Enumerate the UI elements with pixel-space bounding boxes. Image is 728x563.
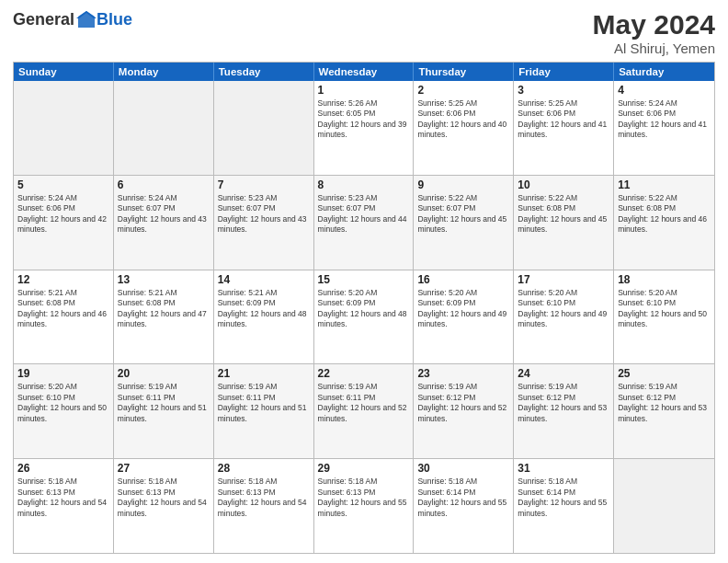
cell-info: Sunrise: 5:24 AMSunset: 6:07 PMDaylight:…: [118, 193, 210, 236]
day-number: 27: [118, 462, 210, 475]
day-cell-13: 13Sunrise: 5:21 AMSunset: 6:08 PMDayligh…: [114, 270, 214, 364]
cell-info: Sunrise: 5:24 AMSunset: 6:06 PMDaylight:…: [17, 193, 109, 236]
cell-info: Sunrise: 5:21 AMSunset: 6:08 PMDaylight:…: [17, 288, 109, 330]
day-number: 31: [518, 462, 609, 475]
calendar-row-4: 26Sunrise: 5:18 AMSunset: 6:13 PMDayligh…: [14, 458, 714, 553]
empty-cell: [214, 81, 314, 175]
empty-cell: [614, 459, 714, 553]
day-number: 23: [417, 367, 509, 380]
day-cell-26: 26Sunrise: 5:18 AMSunset: 6:13 PMDayligh…: [14, 459, 114, 553]
day-cell-29: 29Sunrise: 5:18 AMSunset: 6:13 PMDayligh…: [314, 459, 415, 553]
header-day-tuesday: Tuesday: [214, 63, 314, 81]
calendar-row-0: 1Sunrise: 5:26 AMSunset: 6:05 PMDaylight…: [14, 81, 714, 175]
calendar-row-2: 12Sunrise: 5:21 AMSunset: 6:08 PMDayligh…: [14, 270, 714, 364]
day-number: 6: [118, 178, 210, 191]
cell-info: Sunrise: 5:19 AMSunset: 6:12 PMDaylight:…: [417, 382, 509, 424]
day-cell-12: 12Sunrise: 5:21 AMSunset: 6:08 PMDayligh…: [14, 270, 114, 364]
day-number: 22: [318, 367, 410, 380]
calendar-header: SundayMondayTuesdayWednesdayThursdayFrid…: [14, 63, 714, 81]
day-cell-28: 28Sunrise: 5:18 AMSunset: 6:13 PMDayligh…: [214, 459, 314, 553]
day-cell-14: 14Sunrise: 5:21 AMSunset: 6:09 PMDayligh…: [214, 270, 314, 364]
day-cell-19: 19Sunrise: 5:20 AMSunset: 6:10 PMDayligh…: [14, 364, 114, 458]
day-number: 3: [518, 84, 609, 97]
calendar-row-1: 5Sunrise: 5:24 AMSunset: 6:06 PMDaylight…: [14, 175, 714, 270]
day-cell-24: 24Sunrise: 5:19 AMSunset: 6:12 PMDayligh…: [514, 364, 614, 458]
cell-info: Sunrise: 5:20 AMSunset: 6:10 PMDaylight:…: [618, 288, 711, 330]
day-number: 24: [518, 367, 609, 380]
cell-info: Sunrise: 5:23 AMSunset: 6:07 PMDaylight:…: [318, 193, 410, 236]
cell-info: Sunrise: 5:20 AMSunset: 6:09 PMDaylight:…: [318, 288, 410, 330]
page: General Blue May 2024 Al Shiruj, Yemen S…: [0, 0, 728, 563]
svg-marker-0: [78, 11, 95, 28]
cell-info: Sunrise: 5:21 AMSunset: 6:09 PMDaylight:…: [218, 288, 310, 330]
day-cell-31: 31Sunrise: 5:18 AMSunset: 6:14 PMDayligh…: [514, 459, 614, 553]
day-number: 7: [218, 178, 310, 191]
header: General Blue May 2024 Al Shiruj, Yemen: [13, 9, 715, 56]
day-cell-16: 16Sunrise: 5:20 AMSunset: 6:09 PMDayligh…: [414, 270, 514, 364]
day-number: 5: [17, 178, 109, 191]
empty-cell: [14, 81, 114, 175]
header-day-saturday: Saturday: [614, 63, 714, 81]
cell-info: Sunrise: 5:18 AMSunset: 6:13 PMDaylight:…: [17, 477, 109, 519]
cell-info: Sunrise: 5:20 AMSunset: 6:09 PMDaylight:…: [417, 288, 509, 330]
day-cell-15: 15Sunrise: 5:20 AMSunset: 6:09 PMDayligh…: [314, 270, 415, 364]
logo-icon: [76, 9, 97, 29]
day-cell-17: 17Sunrise: 5:20 AMSunset: 6:10 PMDayligh…: [514, 270, 614, 364]
cell-info: Sunrise: 5:22 AMSunset: 6:08 PMDaylight:…: [518, 193, 609, 236]
header-day-friday: Friday: [514, 63, 614, 81]
day-cell-22: 22Sunrise: 5:19 AMSunset: 6:11 PMDayligh…: [314, 364, 415, 458]
cell-info: Sunrise: 5:19 AMSunset: 6:12 PMDaylight:…: [518, 382, 609, 424]
cell-info: Sunrise: 5:24 AMSunset: 6:06 PMDaylight:…: [618, 98, 711, 141]
day-cell-8: 8Sunrise: 5:23 AMSunset: 6:07 PMDaylight…: [314, 176, 415, 270]
logo-text: General Blue: [13, 9, 132, 29]
day-cell-18: 18Sunrise: 5:20 AMSunset: 6:10 PMDayligh…: [614, 270, 714, 364]
day-number: 16: [417, 273, 509, 286]
day-number: 15: [318, 273, 410, 286]
day-cell-9: 9Sunrise: 5:22 AMSunset: 6:07 PMDaylight…: [414, 176, 514, 270]
title-location: Al Shiruj, Yemen: [593, 40, 715, 56]
header-day-wednesday: Wednesday: [314, 63, 415, 81]
day-cell-27: 27Sunrise: 5:18 AMSunset: 6:13 PMDayligh…: [114, 459, 214, 553]
cell-info: Sunrise: 5:18 AMSunset: 6:14 PMDaylight:…: [518, 477, 609, 519]
day-number: 20: [118, 367, 210, 380]
day-number: 9: [417, 178, 509, 191]
cell-info: Sunrise: 5:19 AMSunset: 6:12 PMDaylight:…: [618, 382, 711, 424]
cell-info: Sunrise: 5:25 AMSunset: 6:06 PMDaylight:…: [417, 98, 509, 141]
cell-info: Sunrise: 5:20 AMSunset: 6:10 PMDaylight:…: [17, 382, 109, 424]
day-number: 8: [318, 178, 410, 191]
day-number: 10: [518, 178, 609, 191]
logo-blue-text: Blue: [97, 10, 132, 29]
header-day-sunday: Sunday: [14, 63, 114, 81]
day-number: 28: [218, 462, 310, 475]
day-number: 17: [518, 273, 609, 286]
day-number: 1: [318, 84, 410, 97]
cell-info: Sunrise: 5:25 AMSunset: 6:06 PMDaylight:…: [518, 98, 609, 141]
day-cell-20: 20Sunrise: 5:19 AMSunset: 6:11 PMDayligh…: [114, 364, 214, 458]
day-cell-3: 3Sunrise: 5:25 AMSunset: 6:06 PMDaylight…: [514, 81, 614, 175]
day-number: 21: [218, 367, 310, 380]
cell-info: Sunrise: 5:21 AMSunset: 6:08 PMDaylight:…: [118, 288, 210, 330]
cell-info: Sunrise: 5:26 AMSunset: 6:05 PMDaylight:…: [318, 98, 410, 141]
day-number: 12: [17, 273, 109, 286]
day-number: 4: [618, 84, 711, 97]
day-number: 18: [618, 273, 711, 286]
day-number: 19: [17, 367, 109, 380]
day-number: 13: [118, 273, 210, 286]
title-month: May 2024: [593, 9, 715, 40]
logo-general-text: General: [13, 10, 74, 29]
day-cell-6: 6Sunrise: 5:24 AMSunset: 6:07 PMDaylight…: [114, 176, 214, 270]
day-cell-11: 11Sunrise: 5:22 AMSunset: 6:08 PMDayligh…: [614, 176, 714, 270]
day-cell-25: 25Sunrise: 5:19 AMSunset: 6:12 PMDayligh…: [614, 364, 714, 458]
cell-info: Sunrise: 5:23 AMSunset: 6:07 PMDaylight:…: [218, 193, 310, 236]
day-cell-23: 23Sunrise: 5:19 AMSunset: 6:12 PMDayligh…: [414, 364, 514, 458]
cell-info: Sunrise: 5:18 AMSunset: 6:14 PMDaylight:…: [417, 477, 509, 519]
day-cell-2: 2Sunrise: 5:25 AMSunset: 6:06 PMDaylight…: [414, 81, 514, 175]
day-number: 25: [618, 367, 711, 380]
cell-info: Sunrise: 5:18 AMSunset: 6:13 PMDaylight:…: [318, 477, 410, 519]
empty-cell: [114, 81, 214, 175]
day-cell-1: 1Sunrise: 5:26 AMSunset: 6:05 PMDaylight…: [314, 81, 415, 175]
day-cell-30: 30Sunrise: 5:18 AMSunset: 6:14 PMDayligh…: [414, 459, 514, 553]
calendar-body: 1Sunrise: 5:26 AMSunset: 6:05 PMDaylight…: [14, 81, 714, 553]
cell-info: Sunrise: 5:22 AMSunset: 6:08 PMDaylight:…: [618, 193, 711, 236]
day-number: 30: [417, 462, 509, 475]
